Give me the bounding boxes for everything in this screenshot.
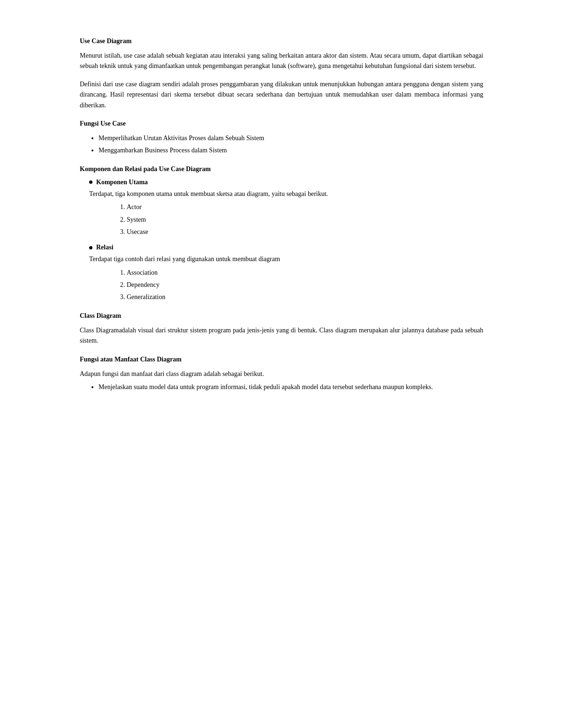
- relasi-item-1: Association: [127, 268, 483, 278]
- fungsi-class-item-1: Menjelaskan suatu model data untuk progr…: [99, 382, 483, 392]
- sub-title-komponen-utama: Komponen Utama: [96, 179, 148, 186]
- section-title-use-case-diagram: Use Case Diagram: [80, 38, 483, 45]
- paragraph-2: Definisi dari use case diagram sendiri a…: [80, 79, 483, 111]
- sub-heading-relasi: Relasi: [89, 244, 483, 251]
- section-title-fungsi-class-diagram: Fungsi atau Manfaat Class Diagram: [80, 356, 483, 363]
- fungsi-item-1: Memperlihatkan Urutan Aktivitas Proses d…: [99, 133, 483, 143]
- komponen-item-1: Actor: [127, 202, 483, 212]
- section-fungsi-class-diagram: Fungsi atau Manfaat Class Diagram Adapun…: [80, 356, 483, 393]
- sub-heading-komponen-utama: Komponen Utama: [89, 179, 483, 186]
- section-title-class-diagram: Class Diagram: [80, 312, 483, 320]
- komponen-utama-list: Actor System Usecase: [127, 202, 483, 237]
- komponen-item-3: Usecase: [127, 227, 483, 237]
- relasi-item-3: Generalization: [127, 292, 483, 302]
- section-use-case-diagram: Use Case Diagram Menurut istilah, use ca…: [80, 38, 483, 111]
- relasi-list: Association Dependency Generalization: [127, 268, 483, 303]
- komponen-utama-intro: Terdapat, tiga komponen utama untuk memb…: [89, 189, 483, 199]
- fungsi-class-list: Menjelaskan suatu model data untuk progr…: [99, 382, 483, 392]
- sub-section-komponen-utama: Komponen Utama Terdapat, tiga komponen u…: [89, 179, 483, 238]
- sub-title-relasi: Relasi: [96, 244, 114, 251]
- relasi-intro: Terdapat tiga contoh dari relasi yang di…: [89, 254, 483, 264]
- section-fungsi-use-case: Fungsi Use Case Memperlihatkan Urutan Ak…: [80, 120, 483, 156]
- sub-section-relasi: Relasi Terdapat tiga contoh dari relasi …: [89, 244, 483, 303]
- fungsi-list: Memperlihatkan Urutan Aktivitas Proses d…: [99, 133, 483, 156]
- fungsi-item-2: Menggambarkan Business Process dalam Sis…: [99, 145, 483, 156]
- relasi-item-2: Dependency: [127, 280, 483, 290]
- section-komponen-relasi: Komponen dan Relasi pada Use Case Diagra…: [80, 165, 483, 303]
- fungsi-class-intro: Adapun fungsi dan manfaat dari class dia…: [80, 369, 483, 379]
- bullet-dot-relasi: [89, 246, 92, 249]
- komponen-item-2: System: [127, 215, 483, 225]
- bullet-dot-komponen: [89, 180, 92, 184]
- section-title-komponen-relasi: Komponen dan Relasi pada Use Case Diagra…: [80, 165, 483, 173]
- paragraph-1: Menurut istilah, use case adalah sebuah …: [80, 51, 483, 72]
- section-class-diagram: Class Diagram Class Diagramadalah visual…: [80, 312, 483, 346]
- class-diagram-paragraph: Class Diagramadalah visual dari struktur…: [80, 325, 483, 346]
- page-container: Use Case Diagram Menurut istilah, use ca…: [80, 0, 483, 439]
- section-title-fungsi-use-case: Fungsi Use Case: [80, 120, 483, 128]
